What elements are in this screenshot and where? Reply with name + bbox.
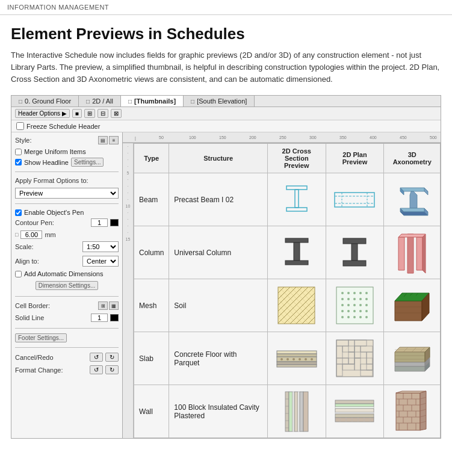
dim-settings-btn[interactable]: Dimension Settings...	[36, 281, 99, 290]
divider-5	[15, 347, 119, 348]
svg-rect-16	[335, 193, 374, 207]
format-change-btn-2[interactable]: ↻	[105, 365, 119, 374]
toolbar-btn-2[interactable]: ⊞	[84, 109, 95, 118]
column-structure-cell: Universal Column	[169, 226, 268, 279]
auto-dim-checkbox[interactable]	[15, 271, 22, 277]
svg-text:300: 300	[309, 135, 317, 140]
svg-rect-140	[285, 392, 289, 431]
svg-rect-98	[277, 354, 317, 357]
column-3d-cell	[384, 226, 441, 279]
beam-structure-cell: Precast Beam I 02	[169, 173, 268, 226]
tab-south-elevation[interactable]: □ [South Elevation]	[184, 96, 255, 107]
svg-rect-153	[335, 404, 374, 407]
cell-border-btn-1[interactable]: ⊞	[98, 301, 108, 310]
size-input[interactable]: 6.00	[20, 230, 42, 239]
table-row: Column Universal Column	[134, 226, 441, 279]
svg-marker-36	[407, 234, 413, 273]
col-header-structure: Structure	[169, 144, 268, 173]
beam-2d-cross-preview	[273, 176, 321, 223]
svg-marker-37	[416, 237, 423, 270]
toolbar-btn-4[interactable]: ⊠	[111, 109, 122, 118]
column-2d-plan-preview	[331, 229, 379, 276]
headline-settings-btn[interactable]: Settings...	[71, 158, 104, 167]
svg-rect-154	[335, 407, 374, 409]
show-headline-checkbox[interactable]	[15, 159, 22, 165]
col-header-2d-plan: 2D Plan Preview	[326, 144, 384, 173]
freeze-checkbox[interactable]	[16, 122, 24, 130]
svg-point-79	[341, 310, 344, 312]
toolbar-btn-1[interactable]: ■	[72, 109, 82, 118]
merge-uniform-checkbox[interactable]	[15, 149, 22, 155]
svg-point-103	[299, 358, 301, 360]
style-list-btn[interactable]: ≡	[109, 136, 119, 144]
merge-uniform-row: Merge Uniform Items	[15, 148, 119, 155]
slab-2d-plan-cell	[326, 332, 384, 385]
redo-btn[interactable]: ↻	[105, 353, 119, 362]
scale-select[interactable]: 1:50	[82, 241, 119, 252]
wall-3d-cell	[384, 385, 441, 438]
wall-structure-cell: 100 Block Insulated Cavity Plastered	[169, 385, 268, 438]
svg-point-83	[365, 310, 368, 312]
gutter-mark-4: 5	[123, 170, 133, 176]
divider-1	[15, 172, 119, 172]
pen-number-input[interactable]: 1	[91, 218, 108, 227]
svg-marker-132	[395, 352, 425, 362]
mesh-type-cell: Mesh	[134, 279, 169, 332]
tab-thumbnails[interactable]: □ [Thumbnails]	[121, 96, 184, 107]
undo-btn[interactable]: ↺	[90, 353, 103, 362]
svg-point-81	[353, 310, 356, 312]
toolbar-btn-3[interactable]: ⊟	[98, 109, 108, 118]
svg-point-71	[353, 298, 356, 300]
gutter-mark-13: ·	[123, 229, 133, 236]
wall-2d-plan-preview	[331, 388, 379, 435]
style-label: Style:	[15, 137, 32, 144]
svg-text:250: 250	[279, 135, 286, 140]
apply-format-row: Apply Format Options to:	[15, 177, 119, 184]
format-change-btn-1[interactable]: ↺	[90, 365, 103, 374]
svg-rect-106	[277, 362, 317, 365]
mesh-2d-cross-cell	[267, 279, 326, 332]
svg-rect-14	[295, 190, 299, 208]
format-change-row: Format Change: ↺ ↻	[15, 365, 119, 374]
left-gutter: · · · · 5 · · · · 10 · · · · 15	[123, 143, 134, 438]
wall-3d-preview	[389, 388, 435, 435]
slab-2d-cross-preview	[273, 335, 321, 382]
format-change-btns: ↺ ↻	[90, 365, 119, 374]
gutter-mark-14: 15	[123, 236, 133, 243]
mesh-2d-plan-cell	[326, 279, 384, 332]
wall-2d-plan-cell	[326, 385, 384, 438]
mesh-3d-preview	[389, 282, 435, 329]
contour-pen-row: Contour Pen: 1	[15, 218, 119, 227]
svg-point-72	[359, 298, 362, 300]
gutter-mark-0: ·	[123, 143, 133, 150]
cancel-redo-row: Cancel/Redo ↺ ↻	[15, 353, 119, 362]
solid-line-input[interactable]	[91, 314, 108, 322]
enable-objects-pen-checkbox[interactable]	[15, 209, 22, 216]
svg-point-100	[280, 358, 283, 360]
svg-point-82	[359, 310, 362, 312]
align-select[interactable]: Center	[82, 256, 119, 267]
mesh-structure-cell: Soil	[169, 279, 268, 332]
auto-dim-label: Add Automatic Dimensions	[24, 270, 103, 277]
svg-marker-28	[400, 212, 428, 215]
svg-text:|: |	[135, 136, 136, 141]
footer-settings-btn[interactable]: Footer Settings...	[15, 333, 67, 342]
tab-south-elevation-label: [South Elevation]	[197, 97, 247, 105]
beam-2d-plan-cell	[326, 173, 384, 226]
header-options-btn[interactable]: Header Options ▶	[15, 109, 70, 118]
svg-point-65	[347, 292, 350, 294]
svg-point-88	[365, 316, 368, 318]
svg-rect-13	[286, 186, 307, 190]
main-panel: Style: ▤ ≡ Merge Uniform Items Show Head…	[11, 132, 441, 438]
svg-rect-33	[351, 244, 358, 261]
col-header-3d: 3D Axonometry	[384, 144, 441, 173]
apply-format-select[interactable]: Preview	[15, 188, 119, 199]
tab-ground-floor[interactable]: □ 0. Ground Floor	[11, 96, 79, 107]
style-grid-btn[interactable]: ▤	[98, 136, 108, 144]
svg-point-68	[365, 292, 368, 294]
cell-border-btn-2[interactable]: ▦	[109, 301, 119, 310]
beam-type-cell: Beam	[134, 173, 169, 226]
tab-2d-all[interactable]: □ 2D / All	[79, 96, 121, 107]
sidebar: Style: ▤ ≡ Merge Uniform Items Show Head…	[11, 132, 123, 438]
cell-border-row: Cell Border: ⊞ ▦	[15, 301, 119, 310]
